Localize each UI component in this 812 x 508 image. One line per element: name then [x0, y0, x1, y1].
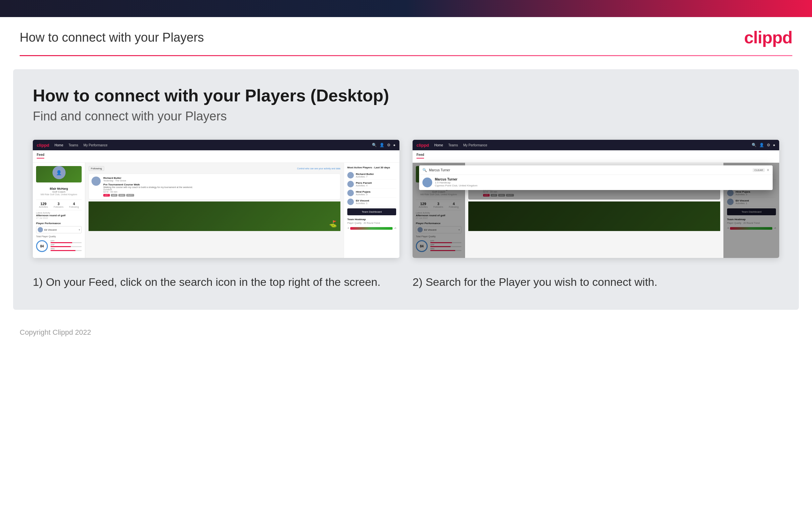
caption-1: 1) On your Feed, click on the search ico…: [33, 274, 399, 290]
following-button[interactable]: Following: [89, 166, 104, 171]
result-club: Cypress Point Club, United Kingdom: [435, 184, 477, 187]
search-overlay: 🔍 Marcus Turner CLEAR × Marcus Turner: [419, 165, 773, 190]
team-dashboard-btn[interactable]: Team Dashboard: [347, 208, 396, 215]
mini-nav-teams: Teams: [68, 143, 78, 147]
settings-icon: ⚙: [387, 143, 391, 147]
mini-feed-area-1: Following Control who can see your activ…: [85, 163, 344, 258]
profile-role-1: Golf Coach: [36, 190, 82, 193]
feed-tab-2: Feed: [417, 152, 424, 159]
quality-label: Total Player Quality: [36, 235, 82, 238]
course-image-2: [468, 202, 720, 231]
logo: clippd: [744, 28, 792, 47]
mini-nav-icons: 🔍 👤 ⚙ ●: [372, 143, 395, 147]
profile-club-2: Mill Ride Golf Club, United Kingdom: [416, 193, 462, 196]
tag-arg: ARG: [118, 194, 125, 197]
player-avatar-3: [347, 190, 354, 196]
stat-activities-2: 129 Activities: [419, 202, 428, 208]
settings-icon-2: ⚙: [767, 143, 770, 147]
screenshot-1: clippd Home Teams My Performance 🔍 👤 ⚙ ●…: [33, 140, 399, 258]
stat-followers: 3 Followers: [54, 202, 64, 208]
tag-ott: OTT: [103, 194, 110, 197]
player-acts-3: Activities: 3: [356, 193, 370, 196]
following-row: Following Control who can see your activ…: [89, 166, 340, 171]
search-magnifier-icon: 🔍: [422, 168, 427, 172]
clear-button[interactable]: CLEAR: [753, 168, 765, 172]
main-content: How to connect with your Players (Deskto…: [13, 69, 799, 310]
most-active-title: Most Active Players - Last 30 days: [347, 166, 396, 169]
profile-name-1: Blair McHarg: [36, 187, 82, 190]
feed-tab[interactable]: Feed: [37, 152, 44, 159]
mini-app-2: clippd Home Teams My Performance 🔍 👤 ⚙ ●…: [413, 140, 779, 258]
section-subtitle: Find and connect with your Players: [33, 109, 779, 123]
player-select-1[interactable]: Eli Vincent ▾: [36, 226, 82, 233]
team-heatmap-sub-1: Player Quality · 20 Round Trend: [347, 222, 396, 224]
player-select-avatar: [38, 227, 43, 232]
result-details: Marcus Turner 1-5 Handicap Cypress Point…: [435, 177, 477, 187]
latest-activity-label: Latest Activity: [36, 212, 82, 214]
stat-following-2: 4 Following: [449, 202, 459, 208]
control-link[interactable]: Control who can see your activity and da…: [297, 167, 340, 170]
tag-putt: PUTT: [126, 194, 134, 197]
activity-card-1: Richard Butler Yesterday · The Grove Pre…: [89, 174, 340, 200]
top-bar: [0, 0, 812, 17]
player-list-item-2: Piers Parnell Activities: 4: [347, 180, 396, 189]
section-title: How to connect with your Players (Deskto…: [33, 86, 779, 105]
mini-profile-1: Blair McHarg Golf Coach Mill Ride Golf C…: [36, 184, 82, 198]
mini-app-content-2: Blair McHarg Golf Coach Mill Ride Golf C…: [413, 163, 779, 258]
mini-nav-icons-2: 🔍 👤 ⚙ ●: [752, 143, 775, 147]
profile-club-1: Mill Ride Golf Club, United Kingdom: [36, 193, 82, 196]
result-avatar: [422, 177, 432, 187]
player-acts-1: Activities: 7: [356, 176, 374, 178]
copyright-text: Copyright Clippd 2022: [20, 328, 91, 336]
mini-app-1: clippd Home Teams My Performance 🔍 👤 ⚙ ●…: [33, 140, 399, 258]
screenshots-row: clippd Home Teams My Performance 🔍 👤 ⚙ ●…: [33, 140, 779, 258]
activity-tags: OTT APP ARG PUTT: [103, 194, 337, 197]
player-name-1: Richard Butler: [356, 173, 374, 176]
close-search-button[interactable]: ×: [767, 167, 769, 173]
result-name: Marcus Turner: [435, 177, 477, 181]
profile-role-2: Golf Coach: [416, 190, 462, 193]
search-icon-2: 🔍: [752, 143, 757, 147]
profile-stats-1: 129 Activities 3 Followers 4 Following: [36, 200, 82, 210]
team-heatmap-1: Team Heatmap Player Quality · 20 Round T…: [347, 218, 396, 230]
caption-2: 2) Search for the Player you wish to con…: [413, 274, 779, 290]
course-image-1: ⛳: [89, 202, 340, 231]
team-heatmap-title-1: Team Heatmap: [347, 218, 396, 221]
player-name-3: Hiral Pujara: [356, 190, 370, 193]
mini-nav-myperformance-2: My Performance: [463, 143, 487, 147]
activity-title: Pre Tournament Course Walk: [103, 183, 337, 186]
search-icon: 🔍: [372, 143, 377, 147]
player-avatar-2: [347, 181, 354, 187]
mini-sidebar-1: 👤 Blair McHarg Golf Coach Mill Ride Golf…: [33, 163, 85, 258]
activity-duration: Duration: [103, 188, 337, 190]
mini-right-panel-1: Most Active Players - Last 30 days Richa…: [344, 163, 399, 258]
activity-avatar-1: [92, 176, 101, 186]
player-avatar-1: [347, 172, 354, 178]
profile-avatar-1: 👤: [52, 166, 65, 179]
activity-person-name: Richard Butler: [103, 176, 337, 179]
search-result-item[interactable]: Marcus Turner 1-5 Handicap Cypress Point…: [419, 175, 773, 190]
player-list-item-3: Hiral Pujara Activities: 3: [347, 189, 396, 198]
search-input-text[interactable]: Marcus Turner: [429, 168, 751, 172]
quality-label-2: Total Player Quality: [416, 235, 462, 238]
result-handicap: 1-5 Handicap: [435, 181, 477, 184]
player-name-4: Eli Vincent: [356, 199, 369, 202]
latest-activity-name: Afternoon round of golf: [36, 214, 82, 217]
player-select-2: Eli Vincent ▾: [416, 226, 462, 233]
quality-section-2: Total Player Quality 84 OTT APP ARG: [416, 235, 462, 252]
latest-activity-date: 27 Jul 2022: [36, 217, 82, 219]
player-select-avatar-2: [418, 227, 423, 232]
mini-nav-2: clippd Home Teams My Performance 🔍 👤 ⚙ ●: [413, 140, 779, 150]
quality-score-circle-2: 84: [416, 240, 428, 252]
team-dashboard-btn-2: Team Dashboard: [727, 208, 776, 215]
stat-followers-2: 3 Followers: [434, 202, 443, 208]
avatar-icon-2: ●: [773, 143, 775, 147]
player-acts-2: Activities: 4: [356, 184, 372, 187]
tag-app: APP: [111, 194, 117, 197]
profile-icon: 👤: [379, 143, 384, 147]
captions-row: 1) On your Feed, click on the search ico…: [33, 274, 779, 290]
header-divider: [20, 55, 792, 56]
screenshot-2: clippd Home Teams My Performance 🔍 👤 ⚙ ●…: [413, 140, 779, 258]
quality-section: Total Player Quality 84 OTT APP: [36, 235, 82, 252]
activity-sub: Yesterday · The Grove: [103, 179, 337, 182]
